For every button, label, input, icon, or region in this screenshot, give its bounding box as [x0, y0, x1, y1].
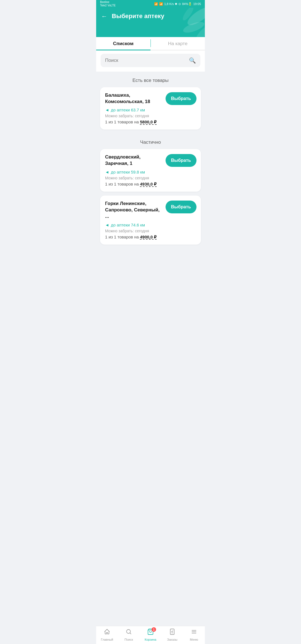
pharmacy-info-balashikha: Балашиха, Комсомольская, 18 ◄ до аптеки … [105, 92, 162, 125]
status-right: 📶 📶 1,8 K/s ✱ ⊙ 84%🔋 19:05 [154, 2, 201, 6]
wifi-icon: 📶 [159, 2, 163, 6]
pharmacy-info-gorki: Горки Ленинские, Сапроново, Северный, ..… [105, 201, 162, 240]
back-button[interactable]: ← [101, 13, 107, 20]
pharmacy-name-balashikha: Балашиха, Комсомольская, 18 [105, 92, 162, 105]
time: 19:05 [193, 2, 201, 6]
pharmacy-card-sverdlovsky: Свердловский, Заречная, 1 ◄ до аптеки 59… [100, 149, 201, 192]
pharmacy-card-balashikha: Балашиха, Комсомольская, 18 ◄ до аптеки … [100, 87, 201, 130]
svg-point-2 [194, 24, 205, 37]
pharmacy-price-balashikha: 5800,0 ₽ [140, 119, 157, 124]
bluetooth-icon: ✱ [175, 2, 177, 6]
main-content: Есть все товары Балашиха, Комсомольская,… [96, 72, 205, 271]
carrier1: Beeline [100, 1, 116, 4]
carrier2: Tele2 VoLTE [100, 4, 116, 7]
status-bar: Beeline Tele2 VoLTE 📶 📶 1,8 K/s ✱ ⊙ 84%🔋… [96, 0, 205, 8]
carrier-info: Beeline Tele2 VoLTE [100, 1, 116, 7]
signal-icon: 📶 [154, 2, 158, 6]
search-icon[interactable]: 🔍 [189, 57, 196, 64]
pharmacy-info-sverdlovsky: Свердловский, Заречная, 1 ◄ до аптеки 59… [105, 154, 162, 187]
header: ← Выберите аптеку [96, 8, 205, 37]
pharmacy-distance-gorki: ◄ до аптеки 74.6 км [105, 223, 162, 227]
svg-point-0 [185, 8, 205, 28]
pharmacy-stock-sverdlovsky: 1 из 1 товаров на 4930,0 ₽ [105, 182, 162, 187]
section-partial-label: Частично [96, 133, 205, 149]
pharmacy-stock-balashikha: 1 из 1 товаров на 5800,0 ₽ [105, 119, 162, 125]
tab-map[interactable]: На карте [151, 36, 205, 50]
pharmacy-name-gorki: Горки Ленинские, Сапроново, Северный, ..… [105, 201, 162, 220]
tab-list[interactable]: Списком [96, 36, 151, 50]
location-arrow-icon3: ◄ [105, 223, 109, 227]
data-speed: 1,8 K/s [164, 2, 174, 6]
location-arrow-icon: ◄ [105, 108, 109, 112]
svg-point-3 [181, 8, 195, 22]
section-all-label: Есть все товары [96, 72, 205, 87]
select-button-gorki[interactable]: Выбрать [166, 201, 196, 213]
pharmacy-pickup-balashikha: Можно забрать: сегодня [105, 114, 162, 118]
pharmacy-pickup-gorki: Можно забрать: сегодня [105, 229, 162, 233]
pharmacy-price-gorki: 4900,0 ₽ [140, 235, 157, 239]
pharmacy-pickup-sverdlovsky: Можно забрать: сегодня [105, 176, 162, 180]
tabs-container: Списком На карте [96, 36, 205, 50]
location-arrow-icon2: ◄ [105, 170, 109, 174]
search-box: 🔍 [101, 54, 200, 67]
search-container: 🔍 [96, 50, 205, 72]
pharmacy-card-gorki: Горки Ленинские, Сапроново, Северный, ..… [100, 196, 201, 245]
pharmacy-price-sverdlovsky: 4930,0 ₽ [140, 182, 157, 186]
pharmacy-distance-sverdlovsky: ◄ до аптеки 59.8 км [105, 170, 162, 174]
svg-point-1 [182, 20, 205, 35]
select-button-balashikha[interactable]: Выбрать [166, 92, 196, 105]
battery-level: 84%🔋 [182, 2, 192, 6]
select-button-sverdlovsky[interactable]: Выбрать [166, 154, 196, 167]
pharmacy-name-sverdlovsky: Свердловский, Заречная, 1 [105, 154, 162, 167]
pharmacy-stock-gorki: 1 из 1 товаров на 4900,0 ₽ [105, 235, 162, 240]
location-icon: ⊙ [178, 2, 181, 6]
search-input[interactable] [105, 58, 186, 63]
pharmacy-distance-balashikha: ◄ до аптеки 63.7 км [105, 108, 162, 112]
page-title: Выберите аптеку [112, 12, 164, 20]
